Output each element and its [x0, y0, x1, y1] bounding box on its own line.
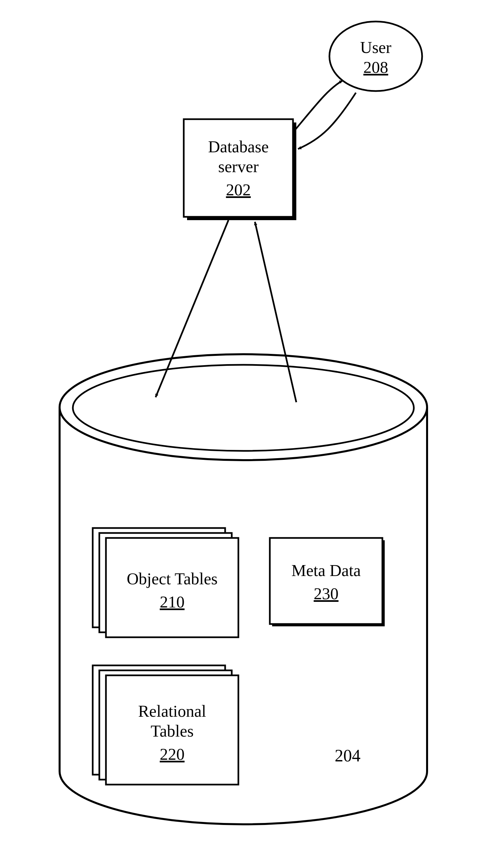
- diagram-svg: Object Tables 210 Relational Tables 220 …: [0, 0, 487, 868]
- diagram-canvas: Object Tables 210 Relational Tables 220 …: [0, 0, 487, 868]
- object-tables-ref: 210: [160, 593, 185, 611]
- object-tables-box: Object Tables 210: [93, 528, 238, 637]
- storage-ref: 204: [335, 746, 361, 765]
- meta-data-ref: 230: [314, 584, 339, 603]
- svg-rect-11: [270, 538, 383, 624]
- svg-point-2: [60, 354, 427, 460]
- dbserver-label-1: Database: [208, 137, 269, 156]
- arrow-user-to-server: [298, 93, 356, 149]
- arrow-server-to-user: [293, 81, 343, 132]
- user-label: User: [360, 38, 392, 57]
- meta-data-label: Meta Data: [291, 561, 361, 580]
- relational-tables-label-1: Relational: [138, 702, 206, 720]
- user-ref: 208: [364, 58, 388, 76]
- object-tables-label: Object Tables: [127, 569, 218, 588]
- meta-data-box: Meta Data 230: [270, 538, 385, 626]
- dbserver-label-2: server: [218, 157, 258, 176]
- dbserver-ref: 202: [226, 180, 251, 199]
- user-node: User 208: [329, 22, 422, 91]
- relational-tables-label-2: Tables: [151, 722, 194, 740]
- database-server-box: Database server 202: [184, 119, 296, 220]
- relational-tables-box: Relational Tables 220: [93, 665, 238, 784]
- relational-tables-ref: 220: [160, 745, 185, 764]
